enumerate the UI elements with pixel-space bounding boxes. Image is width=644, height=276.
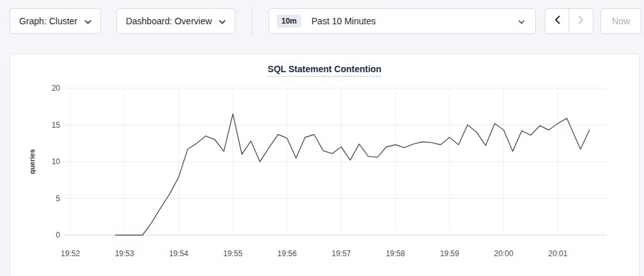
y-tick-label: 0 — [56, 231, 60, 240]
time-shift-button-group — [545, 8, 593, 34]
chevron-down-icon — [84, 16, 91, 26]
graph-dropdown[interactable]: Graph: Cluster — [10, 8, 101, 34]
x-tick-label: 19:57 — [331, 249, 350, 258]
chevron-down-icon — [219, 16, 226, 26]
y-tick-label: 5 — [56, 194, 60, 203]
chevron-down-icon — [518, 15, 525, 27]
line-chart[interactable]: 19:5219:5319:5419:5519:5619:5719:5819:59… — [10, 54, 639, 272]
time-range-dropdown[interactable]: 10m Past 10 Minutes — [269, 8, 536, 34]
chart-title-row: SQL Statement Contention — [10, 63, 639, 77]
y-axis-label: queries — [28, 149, 36, 174]
x-tick-label: 19:58 — [386, 249, 405, 258]
time-range-badge: 10m — [277, 15, 301, 27]
time-range-label: Past 10 Minutes — [311, 16, 518, 26]
chevron-right-icon — [578, 15, 584, 27]
shift-forward-button[interactable] — [569, 9, 593, 33]
x-tick-label: 20:01 — [548, 249, 567, 258]
shift-back-button[interactable] — [546, 9, 569, 33]
series-line[interactable] — [116, 114, 590, 235]
y-tick-label: 20 — [52, 84, 61, 93]
now-button-label: Now — [612, 16, 630, 26]
graph-dropdown-label: Graph: Cluster — [19, 16, 77, 26]
now-button[interactable]: Now — [601, 8, 641, 34]
chevron-left-icon — [554, 15, 560, 27]
chart-title[interactable]: SQL Statement Contention — [268, 64, 382, 77]
dashboard-dropdown-label: Dashboard: Overview — [126, 16, 212, 26]
chart-panel: 19:5219:5319:5419:5519:5619:5719:5819:59… — [10, 54, 640, 276]
x-tick-label: 19:55 — [223, 249, 242, 258]
x-tick-label: 19:52 — [61, 249, 80, 258]
x-tick-label: 19:59 — [440, 249, 459, 258]
dashboard-dropdown[interactable]: Dashboard: Overview — [116, 8, 235, 34]
y-tick-label: 10 — [52, 157, 61, 166]
toolbar: Graph: Cluster Dashboard: Overview 10m P… — [0, 0, 644, 45]
x-tick-label: 19:54 — [169, 249, 188, 258]
y-tick-label: 15 — [52, 121, 61, 130]
x-tick-label: 19:53 — [115, 249, 134, 258]
x-tick-label: 20:00 — [494, 249, 514, 258]
x-tick-label: 19:56 — [278, 249, 297, 258]
toolbar-divider — [252, 6, 253, 36]
